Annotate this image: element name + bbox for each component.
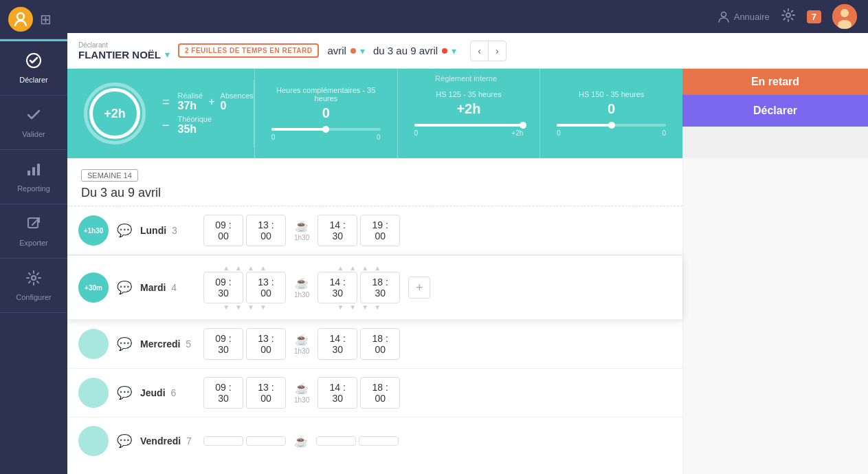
time-start-input[interactable]: 14 : 30 <box>318 328 357 360</box>
exporter-icon <box>25 215 42 236</box>
day-name: Jeudi 6 <box>140 387 195 398</box>
heures-comp-max: 0 <box>377 133 381 141</box>
period-section[interactable]: avril ▾ <box>327 45 365 56</box>
declarant-select[interactable]: FLANTIER NOËL ▾ <box>78 49 170 61</box>
break-section: ☕ <box>294 435 308 448</box>
min-up-icon[interactable]: ▲ <box>359 264 370 272</box>
date-range-section[interactable]: du 3 au 9 avril ▾ <box>373 45 456 56</box>
settings-icon[interactable] <box>781 8 796 26</box>
user-avatar[interactable] <box>832 4 857 29</box>
time-start-input[interactable]: 14 : 30 <box>318 215 357 246</box>
time-start-input[interactable]: 09 : 30 <box>203 377 243 409</box>
hs125-track <box>414 124 524 127</box>
morning-inputs: 09 : 30 13 : 00 <box>203 272 286 303</box>
week-title: Du 3 au 9 avril <box>81 186 669 200</box>
min-up-icon[interactable]: ▲ <box>258 264 269 272</box>
hour-down-icon[interactable]: ▼ <box>233 303 244 311</box>
hour-up-icon[interactable]: ▲ <box>221 264 232 272</box>
time-start-input[interactable]: 14 : 30 <box>318 377 357 409</box>
sidebar-item-configurer[interactable]: Configurer <box>0 259 67 313</box>
heures-comp-labels: 0 0 <box>271 133 381 141</box>
comment-icon[interactable]: 💬 <box>117 336 132 352</box>
time-end-input[interactable]: 13 : 00 <box>246 328 286 360</box>
svg-point-8 <box>786 13 790 17</box>
morning-time-group: 09 : 00 13 : 00 <box>203 215 286 246</box>
declarant-section: Déclarant FLANTIER NOËL ▾ <box>78 41 170 61</box>
afternoon-time-group: 14 : 30 18 : 00 <box>318 377 400 409</box>
time-arrows-down: ▼ ▼ ▼ ▼ <box>335 303 383 311</box>
sidebar-item-reporting[interactable]: Reporting <box>0 150 67 204</box>
time-end-input[interactable]: 18 : 30 <box>360 272 400 303</box>
sidebar-item-label: Configurer <box>16 293 51 301</box>
time-start-input[interactable]: 14 : 30 <box>318 272 357 303</box>
time-end-input[interactable]: 13 : 00 <box>246 377 286 409</box>
hour-down-icon[interactable]: ▼ <box>221 303 232 311</box>
hour-down-icon[interactable]: ▼ <box>335 303 346 311</box>
min-up-icon[interactable]: ▲ <box>245 264 256 272</box>
time-end-input[interactable]: 18 : 00 <box>360 328 400 360</box>
heures-comp-item: Heures complémentaires - 35 heures 0 0 0 <box>254 69 397 158</box>
absences-group: Absences 0 <box>221 91 254 112</box>
next-week-button[interactable]: › <box>489 41 506 61</box>
time-start-input[interactable] <box>203 436 243 446</box>
day-number: 4 <box>171 282 177 293</box>
time-end-input[interactable]: 19 : 00 <box>360 215 400 246</box>
comment-icon[interactable]: 💬 <box>117 280 132 295</box>
day-balance-circle: +1h30 <box>78 215 109 246</box>
comment-icon[interactable]: 💬 <box>117 385 132 400</box>
sidebar-item-exporter[interactable]: Exporter <box>0 204 67 259</box>
time-start-input[interactable]: 09 : 00 <box>203 215 243 246</box>
table-row: 💬 Vendredi 7 ☕ <box>67 418 682 464</box>
hs150-item: HS 150 - 35 heures 0 0 0 <box>539 69 682 158</box>
time-end-input[interactable]: 13 : 00 <box>246 272 286 303</box>
heures-comp-value: 0 <box>322 105 330 121</box>
hour-up-icon[interactable]: ▲ <box>233 264 244 272</box>
hs150-track <box>557 124 666 127</box>
period-text: avril <box>327 45 346 56</box>
topbar-actions: Annuaire 7 <box>717 4 857 29</box>
theorique-row: − Théorique 35h <box>162 115 254 136</box>
sidebar-item-valider[interactable]: Valider <box>0 96 67 150</box>
morning-time-arrow-group: ▲ ▲ ▲ ▲ 09 : 30 13 : 00 ▼ ▼ ▼ ▼ <box>203 264 286 311</box>
morning-time-group: 09 : 30 13 : 00 <box>203 377 286 409</box>
time-start-input[interactable]: 09 : 30 <box>203 328 243 360</box>
afternoon-time-group: 14 : 30 18 : 00 <box>318 328 400 360</box>
min-down-icon[interactable]: ▼ <box>359 303 370 311</box>
notification-badge[interactable]: 7 <box>807 10 821 23</box>
day-balance-circle <box>78 378 109 408</box>
prev-week-button[interactable]: ‹ <box>471 41 489 61</box>
day-number: 7 <box>186 435 192 446</box>
comment-icon[interactable]: 💬 <box>117 433 132 449</box>
sidebar-header: ⊞ <box>0 0 67 39</box>
hour-down-icon[interactable]: ▼ <box>347 303 358 311</box>
time-end-input[interactable] <box>359 436 399 446</box>
stats-section: Règlement interne +2h = Réalisé 37h + Ab… <box>67 69 868 158</box>
time-start-input[interactable]: 09 : 30 <box>203 272 243 303</box>
min-down-icon[interactable]: ▼ <box>258 303 269 311</box>
hour-up-icon[interactable]: ▲ <box>347 264 358 272</box>
hour-up-icon[interactable]: ▲ <box>335 264 346 272</box>
hs150-thumb <box>608 122 615 129</box>
sidebar-item-declarer[interactable]: Déclarer <box>0 39 67 96</box>
svg-rect-2 <box>27 171 30 175</box>
grid-icon[interactable]: ⊞ <box>40 11 52 28</box>
equals-icon: = <box>162 95 170 109</box>
table-row: 💬 Mercredi 5 09 : 30 13 : 00 ☕ 1h30 14 :… <box>67 320 682 369</box>
table-row: 💬 Jeudi 6 09 : 30 13 : 00 ☕ 1h30 14 : 30… <box>67 369 682 418</box>
min-up-icon[interactable]: ▲ <box>372 264 383 272</box>
comment-icon[interactable]: 💬 <box>117 223 132 238</box>
break-label: 1h30 <box>294 291 309 299</box>
svg-point-6 <box>32 276 36 280</box>
time-end-input[interactable] <box>246 436 286 446</box>
annuaire-button[interactable]: Annuaire <box>717 10 770 23</box>
add-period-button[interactable]: + <box>408 277 430 299</box>
time-end-input[interactable]: 13 : 00 <box>246 215 286 246</box>
min-down-icon[interactable]: ▼ <box>245 303 256 311</box>
time-start-input[interactable] <box>316 436 356 446</box>
en-retard-header: En retard <box>682 69 868 95</box>
min-down-icon[interactable]: ▼ <box>372 303 383 311</box>
time-end-input[interactable]: 18 : 00 <box>360 377 400 409</box>
declarer-button[interactable]: Déclarer <box>682 95 868 127</box>
morning-time-group <box>203 436 286 446</box>
heures-comp-label: Heures complémentaires - 35 heures <box>266 86 386 103</box>
